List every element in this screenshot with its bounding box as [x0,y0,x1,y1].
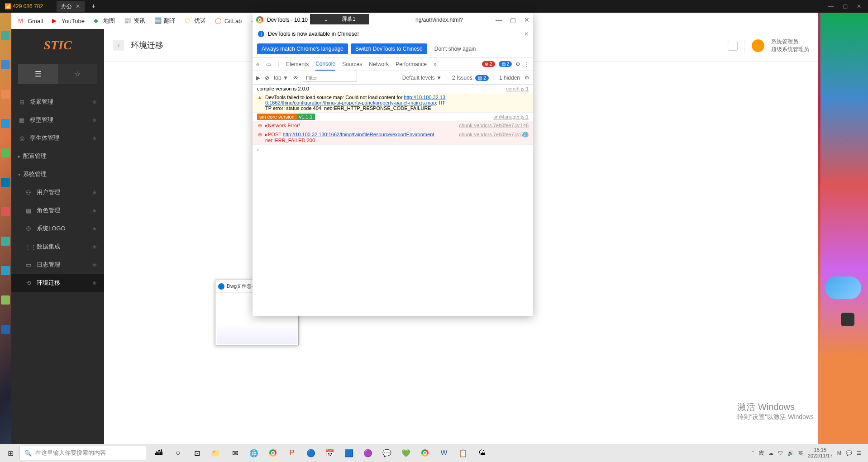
kebab-icon[interactable]: ⋮ [524,61,529,67]
notifications-icon[interactable]: 💬 [846,450,852,456]
log-source[interactable]: chunk-vendors.7eb0fee7.js:146 [459,123,529,128]
taskview-icon[interactable]: ⊡ [189,445,205,461]
desktop-icon[interactable] [1,60,10,69]
play-icon[interactable]: ▶ [256,75,260,81]
desktop-icon[interactable] [1,207,10,216]
notice-close-icon[interactable]: ✕ [524,31,529,37]
console-row-warn[interactable]: ▲DevTools failed to load source map: Cou… [253,93,533,113]
maximize-icon[interactable]: ▢ [510,16,516,24]
console-row-error[interactable]: ⊗▸Network Error!chunk-vendors.7eb0fee7.j… [253,121,533,130]
sidebar-item-migrate[interactable]: ⟲环境迁移★ [11,274,104,292]
log-source[interactable]: conch.js:1 [506,86,529,91]
inspect-icon[interactable]: ⎆ [256,61,259,67]
log-source[interactable]: chunk-vendors.7eb0fee7.js:596 [459,132,529,137]
app-icon[interactable]: 🟦 [341,445,357,461]
cortana-icon[interactable]: ○ [170,445,186,461]
volume-icon[interactable]: 🔊 [787,450,794,456]
sidebar-item-scene[interactable]: ⊞场景管理★ [11,93,104,111]
chrome-icon[interactable] [265,445,281,461]
app-icon[interactable]: 🔵 [303,445,319,461]
app-icon[interactable]: 📋 [455,445,471,461]
star-icon[interactable]: ★ [92,99,97,105]
avatar[interactable] [752,39,764,52]
device-icon[interactable]: ▭ [266,61,271,67]
tray-icon[interactable]: ☰ [857,450,861,456]
sidebar-item-twin[interactable]: ◎孪生体管理★ [11,129,104,147]
start-button[interactable]: ⊞ [2,445,19,461]
tab-network[interactable]: Network [369,58,389,70]
tray-icon[interactable]: 🕸 [759,450,764,456]
app-icon[interactable]: 🌤 [474,445,490,461]
star-icon[interactable]: ★ [92,135,97,142]
tray-icon[interactable]: M [837,450,841,456]
sidebar-item-logo[interactable]: ®系统LOGO★ [11,219,104,238]
match-language-button[interactable]: Always match Chrome's language [257,43,348,54]
tab-console[interactable]: Console [315,58,335,71]
tab-sources[interactable]: Sources [342,58,362,70]
star-view-button[interactable]: ☆ [58,64,98,84]
browser-tab[interactable]: 办公 ✕ [57,1,85,12]
tray-icon[interactable]: 🛡 [778,450,783,456]
gear-icon[interactable]: ⚙ [515,61,520,67]
info-badge[interactable]: ▤ 2 [499,61,512,67]
sidebar-item-log[interactable]: ▭日志管理★ [11,256,104,274]
levels-selector[interactable]: Default levels ▼ [402,75,442,81]
star-icon[interactable]: ★ [92,280,97,286]
star-icon[interactable]: ★ [92,262,97,268]
desktop-icon[interactable] [1,266,10,275]
desktop-icon[interactable] [1,178,10,187]
star-icon[interactable]: ★ [92,225,97,232]
bookmark-maps[interactable]: ◆地图 [94,17,115,25]
mail-icon[interactable]: ✉ [227,445,243,461]
desktop-icon[interactable] [1,295,10,305]
gear-icon[interactable]: ⚙ [525,75,529,81]
error-badge[interactable]: ⊗ 2 [482,61,495,67]
log-link[interactable]: http://10.100.32.130:1662/thing/twin/fil… [283,132,434,137]
explorer-icon[interactable]: 📁 [208,445,224,461]
ime-indicator[interactable]: 英 [798,450,803,457]
chrome-icon[interactable] [417,445,433,461]
tab-elements[interactable]: Elements [286,58,309,70]
devtools-titlebar[interactable]: DevTools - 10.10 ⌄ 屏幕1 ng/auth/index.htm… [253,13,533,27]
powerpoint-icon[interactable]: P [284,445,300,461]
list-view-button[interactable]: ☰ [18,64,58,84]
taskbar-widget[interactable]: 🏙 [151,445,167,461]
star-icon[interactable]: ★ [92,117,97,124]
console-row[interactable]: compile version is 2.0.0conch.js:1 [253,85,533,93]
floating-button[interactable] [841,313,854,326]
desktop-icon[interactable] [1,31,10,40]
sidebar-item-user[interactable]: ⚇用户管理★ [11,183,104,201]
app-icon[interactable]: 📅 [322,445,338,461]
desktop-icon[interactable] [1,119,10,128]
desktop-icon[interactable] [1,237,10,246]
new-tab-icon[interactable]: + [91,2,95,10]
desktop-icon[interactable] [1,325,10,334]
more-tabs-icon[interactable]: » [434,61,437,67]
bookmark-youtube[interactable]: ▶YouTube [52,17,85,24]
edge-icon[interactable]: 🌐 [246,445,262,461]
context-selector[interactable]: top ▼ [274,75,288,81]
minimize-icon[interactable]: — [496,16,502,24]
star-icon[interactable]: ★ [92,207,97,214]
issues-link[interactable]: 2 Issues: ▤ 2 [452,75,489,81]
tab-close-icon[interactable]: ✕ [76,3,80,10]
doc-icon[interactable] [728,41,738,51]
filter-input[interactable] [303,74,357,82]
desktop-icon[interactable] [1,148,10,157]
sidebar-item-role[interactable]: ▤角色管理★ [11,201,104,219]
taskbar-search[interactable]: 🔍在这里输入你要搜索的内容 [19,446,146,460]
log-source[interactable]: smManager.js:1 [493,114,529,119]
desktop-icon[interactable] [1,90,10,99]
maximize-icon[interactable]: ▢ [843,3,848,10]
word-icon[interactable]: W [436,445,452,461]
bookmark-gitlab[interactable]: ◯GitLab [215,17,242,24]
taskbar-clock[interactable]: 15:15 2022/11/17 [808,447,833,459]
clear-icon[interactable]: ⊘ [265,75,269,81]
star-icon[interactable]: ★ [92,243,97,250]
hidden-count[interactable]: 1 hidden [499,75,520,81]
star-icon[interactable]: ★ [92,189,97,196]
tray-icon[interactable]: ☁ [768,450,773,456]
app-icon[interactable]: 💬 [379,445,395,461]
sidebar-item-system[interactable]: ▾系统管理 [11,165,104,183]
chevron-up-icon[interactable]: ˄ [752,450,754,456]
